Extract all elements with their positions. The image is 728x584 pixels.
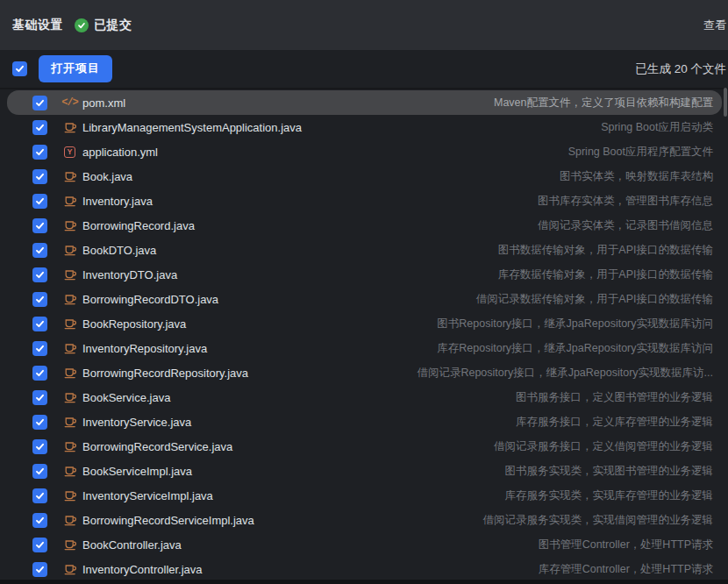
file-row[interactable]: BorrowingRecord.java 借阅记录实体类，记录图书借阅信息 bbox=[7, 213, 722, 238]
java-file-icon bbox=[63, 488, 77, 502]
file-row[interactable]: Book.java 图书实体类，映射数据库表结构 bbox=[7, 164, 722, 189]
file-name: LibraryManagementSystemApplication.java bbox=[82, 121, 302, 134]
file-name: InventoryServiceImpl.java bbox=[82, 489, 213, 502]
file-checkbox[interactable] bbox=[32, 317, 47, 331]
file-name: BorrowingRecordRepository.java bbox=[82, 367, 248, 380]
file-checkbox[interactable] bbox=[32, 390, 47, 405]
file-checkbox[interactable] bbox=[32, 538, 47, 552]
file-description: Spring Boot应用程序配置文件 bbox=[551, 145, 713, 160]
file-row[interactable]: </> pom.xml Maven配置文件，定义了项目依赖和构建配置 bbox=[7, 90, 722, 115]
file-checkbox[interactable] bbox=[32, 96, 47, 110]
file-checkbox[interactable] bbox=[32, 218, 47, 233]
file-name: BorrowingRecord.java bbox=[82, 219, 195, 232]
file-description: 库存数据传输对象，用于API接口的数据传输 bbox=[481, 267, 713, 282]
file-checkbox[interactable] bbox=[32, 243, 47, 258]
java-file-icon bbox=[63, 366, 77, 380]
file-row[interactable]: BorrowingRecordService.java 借阅记录服务接口，定义借… bbox=[7, 434, 722, 459]
file-checkbox[interactable] bbox=[32, 415, 47, 430]
file-checkbox[interactable] bbox=[32, 292, 47, 307]
file-checkbox[interactable] bbox=[32, 513, 47, 528]
java-file-icon bbox=[63, 464, 77, 478]
file-checkbox[interactable] bbox=[32, 267, 47, 282]
file-row[interactable]: InventoryService.java 库存服务接口，定义库存管理的业务逻辑 bbox=[7, 410, 722, 434]
file-name: BookController.java bbox=[82, 538, 182, 552]
scrollbar-thumb[interactable] bbox=[724, 88, 727, 117]
panel-title: 基础设置 bbox=[12, 18, 63, 33]
java-file-icon bbox=[63, 390, 77, 404]
file-description: 图书服务实现类，实现图书管理的业务逻辑 bbox=[488, 464, 714, 479]
file-name: BookDTO.java bbox=[82, 244, 156, 257]
file-checkbox[interactable] bbox=[32, 488, 47, 503]
java-file-icon bbox=[63, 243, 77, 257]
file-list: </> pom.xml Maven配置文件，定义了项目依赖和构建配置 Libra… bbox=[0, 88, 728, 581]
file-checkbox[interactable] bbox=[32, 562, 47, 577]
file-name: Book.java bbox=[82, 170, 132, 183]
file-row[interactable]: BookController.java 图书管理Controller，处理HTT… bbox=[7, 532, 722, 557]
java-file-icon bbox=[63, 415, 77, 429]
file-row[interactable]: BorrowingRecordRepository.java 借阅记录Repos… bbox=[7, 360, 722, 385]
file-row[interactable]: BookDTO.java 图书数据传输对象，用于API接口的数据传输 bbox=[7, 238, 722, 262]
java-file-icon bbox=[63, 562, 77, 576]
file-description: 库存服务接口，定义库存管理的业务逻辑 bbox=[498, 415, 713, 430]
file-name: InventoryController.java bbox=[82, 563, 203, 576]
file-name: BorrowingRecordServiceImpl.java bbox=[82, 514, 254, 527]
file-checkbox[interactable] bbox=[32, 120, 47, 135]
file-description: Maven配置文件，定义了项目依赖和构建配置 bbox=[476, 96, 713, 110]
file-row[interactable]: BorrowingRecordServiceImpl.java 借阅记录服务实现… bbox=[7, 508, 722, 532]
file-row[interactable]: InventoryServiceImpl.java 库存服务实现类，实现库存管理… bbox=[7, 483, 722, 508]
file-row[interactable]: BorrowingRecordDTO.java 借阅记录数据传输对象，用于API… bbox=[7, 287, 722, 311]
file-checkbox[interactable] bbox=[32, 194, 47, 209]
file-row[interactable]: Y application.yml Spring Boot应用程序配置文件 bbox=[7, 139, 722, 164]
file-description: 库存服务实现类，实现库存管理的业务逻辑 bbox=[488, 488, 714, 503]
java-file-icon bbox=[63, 538, 77, 552]
file-name: BookRepository.java bbox=[82, 317, 186, 331]
java-file-icon bbox=[63, 439, 77, 453]
open-project-button[interactable]: 打开项目 bbox=[39, 55, 112, 82]
file-checkbox[interactable] bbox=[32, 145, 47, 160]
file-name: InventoryRepository.java bbox=[82, 342, 207, 355]
file-description: Spring Boot应用启动类 bbox=[583, 120, 713, 135]
file-name: BorrowingRecordDTO.java bbox=[82, 293, 218, 306]
file-name: InventoryService.java bbox=[82, 416, 191, 429]
file-row[interactable]: BookRepository.java 图书Repository接口，继承Jpa… bbox=[7, 311, 722, 336]
file-description: 图书Repository接口，继承JpaRepository实现数据库访问 bbox=[419, 317, 713, 331]
file-description: 图书数据传输对象，用于API接口的数据传输 bbox=[481, 243, 713, 258]
file-row[interactable]: InventoryController.java 库存管理Controller，… bbox=[7, 557, 722, 581]
xml-file-icon: </> bbox=[61, 96, 78, 109]
file-name: Inventory.java bbox=[82, 195, 153, 208]
java-file-icon bbox=[63, 292, 77, 306]
file-checkbox[interactable] bbox=[32, 341, 47, 356]
file-row[interactable]: InventoryRepository.java 库存Repository接口，… bbox=[7, 336, 722, 360]
java-file-icon bbox=[63, 169, 77, 183]
file-description: 借阅记录服务实现类，实现借阅管理的业务逻辑 bbox=[466, 513, 714, 528]
view-link[interactable]: 查看 bbox=[703, 18, 726, 33]
file-name: application.yml bbox=[82, 146, 158, 159]
file-row[interactable]: BookServiceImpl.java 图书服务实现类，实现图书管理的业务逻辑 bbox=[7, 459, 722, 483]
file-description: 借阅记录Repository接口，继承JpaRepository实现数据库访..… bbox=[399, 366, 713, 381]
file-row[interactable]: BookService.java 图书服务接口，定义图书管理的业务逻辑 bbox=[7, 385, 722, 410]
java-file-icon bbox=[63, 317, 77, 331]
file-description: 库存Repository接口，继承JpaRepository实现数据库访问 bbox=[419, 341, 713, 356]
file-description: 借阅记录实体类，记录图书借阅信息 bbox=[520, 218, 713, 233]
toolbar: 打开项目 已生成 20 个文件 bbox=[0, 50, 728, 88]
file-name: pom.xml bbox=[82, 96, 125, 110]
file-row[interactable]: Inventory.java 图书库存实体类，管理图书库存信息 bbox=[7, 189, 722, 213]
panel-header: 基础设置 已提交 查看 bbox=[0, 0, 728, 50]
select-all-checkbox[interactable] bbox=[12, 61, 27, 76]
file-name: BorrowingRecordService.java bbox=[82, 440, 232, 453]
java-file-icon bbox=[63, 267, 77, 281]
file-checkbox[interactable] bbox=[32, 366, 47, 381]
file-description: 借阅记录服务接口，定义借阅管理的业务逻辑 bbox=[476, 439, 713, 454]
java-file-icon bbox=[63, 341, 77, 355]
file-row[interactable]: LibraryManagementSystemApplication.java … bbox=[7, 115, 722, 139]
file-checkbox[interactable] bbox=[32, 464, 47, 479]
file-name: InventoryDTO.java bbox=[82, 268, 177, 281]
java-file-icon bbox=[63, 513, 77, 527]
file-row[interactable]: InventoryDTO.java 库存数据传输对象，用于API接口的数据传输 bbox=[7, 262, 722, 287]
status-badge: 已提交 bbox=[75, 18, 132, 33]
file-name: BookServiceImpl.java bbox=[82, 465, 192, 478]
file-checkbox[interactable] bbox=[32, 439, 47, 454]
file-checkbox[interactable] bbox=[32, 169, 47, 184]
java-file-icon bbox=[63, 120, 77, 134]
yml-file-icon: Y bbox=[64, 146, 75, 158]
